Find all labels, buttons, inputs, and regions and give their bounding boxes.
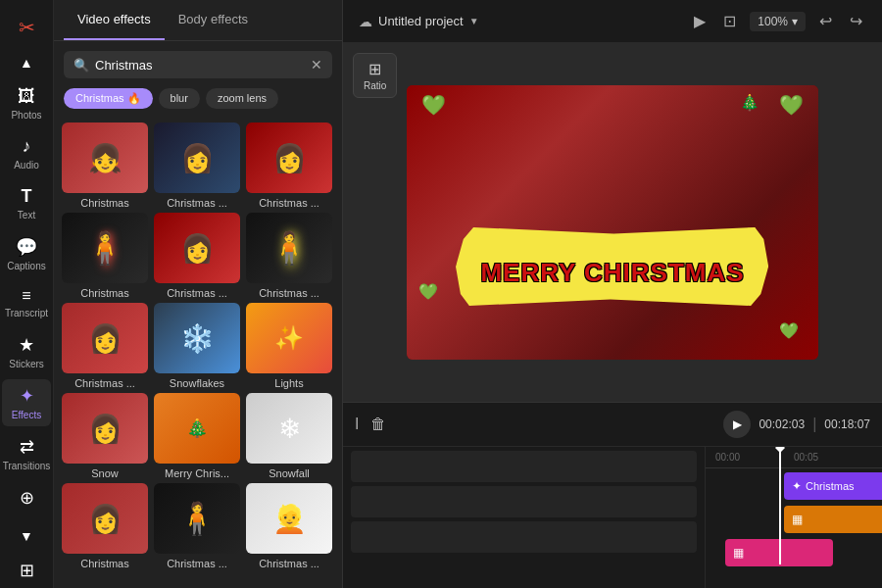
effect-christmas-2[interactable]: 👩 Christmas ... — [154, 122, 240, 209]
effect-christmas-7[interactable]: 👩 Christmas ... — [62, 303, 148, 389]
sidebar-item-transcript[interactable]: ≡ Transcript — [2, 281, 51, 324]
effect-merry-christmas[interactable]: 🎄 Merry Chris... — [154, 393, 240, 479]
project-dropdown-icon[interactable]: ▼ — [469, 16, 479, 26]
stickers-label: Stickers — [9, 359, 44, 369]
undo-btn[interactable]: ↩ — [815, 8, 836, 34]
video-preview: 💚 💚 🎄 💚 💚 MERRY CHIRSTMAS — [407, 85, 818, 360]
clip-icon-3: ▦ — [733, 546, 744, 560]
sidebar-item-audio[interactable]: ♪ Audio — [2, 130, 51, 176]
effect-thumb: ❄ — [246, 393, 332, 464]
effect-label: Christmas — [62, 287, 148, 299]
effect-label: Snowflakes — [154, 377, 240, 389]
effect-christmas-6[interactable]: 🧍 Christmas ... — [246, 213, 332, 299]
effect-thumb: 👩 — [246, 122, 332, 193]
audio-label: Audio — [14, 160, 39, 171]
effect-snow[interactable]: 👩 Snow — [62, 393, 148, 479]
clear-search-icon[interactable]: ✕ — [311, 57, 322, 73]
chip-zoom-lens[interactable]: zoom lens — [206, 88, 278, 109]
effects-panel: Video effects Body effects 🔍 ✕ Christmas… — [54, 0, 343, 588]
sidebar-item-photos[interactable]: 🖼 Photos — [2, 80, 51, 126]
effects-row: 👩 Christmas ... ❄️ Snowflakes ✨ Lights — [62, 303, 334, 389]
nav-down-btn[interactable]: ▼ — [2, 522, 51, 550]
effect-label: Christmas ... — [246, 287, 332, 299]
play-preview-btn[interactable]: ▶ — [690, 8, 710, 34]
effect-christmas-5[interactable]: 👩 Christmas ... — [154, 213, 240, 299]
clip-label: Christmas — [806, 480, 855, 492]
clip-orange[interactable]: ▦ — [784, 506, 882, 533]
chip-blur[interactable]: blur — [159, 88, 200, 109]
play-button[interactable]: ▶ — [723, 411, 751, 438]
nav-up-btn[interactable]: ▲ — [2, 49, 51, 76]
transitions-icon: ⇄ — [20, 436, 34, 458]
zoom-control[interactable]: 100% ▾ — [750, 12, 806, 31]
ruler-mark-1: 00:05 — [794, 452, 818, 463]
redo-btn[interactable]: ↪ — [846, 8, 866, 34]
sidebar-item-captions[interactable]: 💬 Captions — [2, 230, 51, 277]
effect-snowflakes[interactable]: ❄️ Snowflakes — [154, 303, 240, 389]
effects-grid: 👧 Christmas 👩 Christmas ... 👩 Christmas … — [54, 119, 342, 588]
ratio-icon: ⊞ — [364, 60, 386, 78]
grid-icon: ⊞ — [20, 560, 34, 581]
effect-christmas-3[interactable]: 👩 Christmas ... — [246, 122, 332, 209]
cloud-icon: ☁ — [359, 14, 372, 29]
tab-video-effects[interactable]: Video effects — [64, 0, 165, 40]
effect-snowfall[interactable]: ❄ Snowfall — [246, 393, 332, 479]
chip-christmas[interactable]: Christmas 🔥 — [64, 88, 153, 109]
clip-icon-2: ▦ — [792, 513, 803, 526]
effect-thumb: 👧 — [62, 122, 148, 193]
zoom-value: 100% — [758, 15, 788, 28]
emoji-3: 🎄 — [740, 93, 760, 112]
photos-icon: 🖼 — [18, 86, 35, 107]
search-input[interactable] — [95, 58, 305, 73]
current-time: 00:02:03 — [759, 417, 805, 431]
effect-christmas-1[interactable]: 👧 Christmas — [62, 122, 148, 209]
effect-label: Christmas ... — [154, 558, 240, 569]
effect-christmas-dark[interactable]: 🧍 Christmas ... — [154, 483, 240, 569]
merry-christmas-text: MERRY CHIRSTMAS — [407, 258, 818, 288]
zoom-chevron: ▾ — [792, 15, 798, 28]
effect-thumb: 🎄 — [154, 393, 240, 464]
effect-thumb: ✨ — [246, 303, 332, 373]
captions-label: Captions — [7, 261, 45, 271]
app-logo: ✂ — [19, 16, 35, 39]
filter-chips: Christmas 🔥 blur zoom lens — [54, 88, 342, 119]
sidebar-item-stickers[interactable]: ★ Stickers — [2, 328, 51, 375]
main-area: ☁ Untitled project ▼ ▶ ⊡ 100% ▾ ↩ ↪ ⊞ Ra… — [343, 0, 882, 588]
effect-christmas-4[interactable]: 🧍 Christmas — [62, 213, 148, 299]
ratio-button[interactable]: ⊞ Ratio — [353, 53, 397, 98]
effect-lights[interactable]: ✨ Lights — [246, 303, 332, 389]
text-cursor-btn[interactable]: I — [355, 416, 359, 433]
ruler-mark-0: 00:00 — [715, 452, 740, 463]
transitions-label: Transitions — [3, 461, 51, 471]
track-row-1: ✦ Christmas — [706, 472, 882, 502]
panel-tabs: Video effects Body effects — [54, 0, 342, 41]
effect-label: Christmas ... — [246, 558, 332, 569]
icon-sidebar: ✂ ▲ 🖼 Photos ♪ Audio T Text 💬 Captions ≡… — [0, 0, 54, 588]
photos-label: Photos — [11, 110, 41, 121]
sidebar-item-more[interactable]: ⊕ — [2, 481, 51, 514]
effect-christmas-white[interactable]: 👱 Christmas ... — [246, 483, 332, 569]
effect-label: Snowfall — [246, 467, 332, 479]
effects-icon: ✦ — [20, 385, 34, 407]
sidebar-item-transitions[interactable]: ⇄ Transitions — [2, 430, 51, 477]
effect-label: Snow — [62, 467, 148, 479]
effect-thumb: 🧍 — [154, 483, 240, 554]
frame-btn[interactable]: ⊡ — [719, 8, 740, 34]
effect-thumb: 👩 — [62, 303, 148, 373]
effect-thumb: 👱 — [246, 483, 332, 554]
track-label-1 — [351, 451, 697, 482]
clip-christmas[interactable]: ✦ Christmas — [784, 472, 882, 500]
delete-btn[interactable]: 🗑 — [370, 416, 386, 433]
transcript-icon: ≡ — [22, 287, 30, 305]
track-label-3 — [351, 521, 697, 553]
effect-label: Christmas ... — [154, 287, 240, 299]
sidebar-item-text[interactable]: T Text — [2, 180, 51, 226]
effect-christmas-lights[interactable]: 👩 Christmas — [62, 483, 148, 569]
playhead — [779, 447, 781, 564]
sidebar-item-effects[interactable]: ✦ Effects — [2, 379, 51, 426]
transcript-label: Transcript — [5, 308, 48, 318]
audio-icon: ♪ — [23, 136, 31, 157]
top-bar-actions: ▶ ⊡ 100% ▾ ↩ ↪ — [690, 8, 866, 34]
tab-body-effects[interactable]: Body effects — [165, 0, 262, 40]
grid-btn[interactable]: ⊞ — [2, 554, 51, 587]
